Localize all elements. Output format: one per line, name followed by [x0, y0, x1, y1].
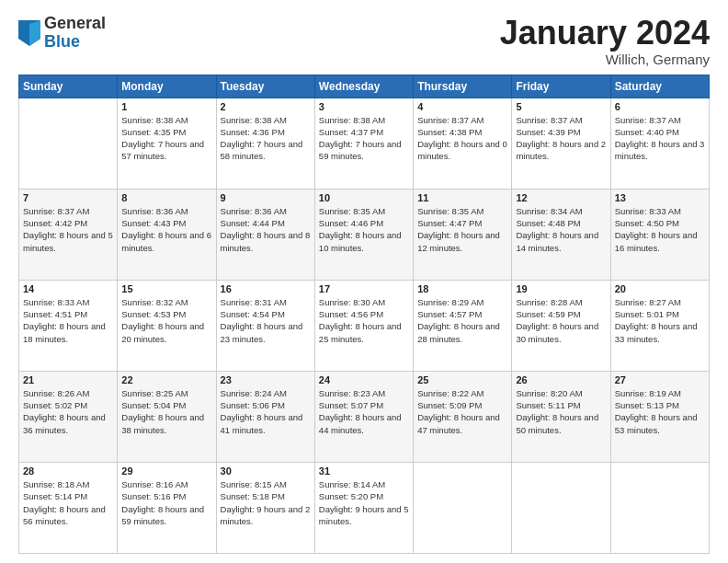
table-row: 1Sunrise: 8:38 AMSunset: 4:35 PMDaylight…: [118, 98, 216, 189]
day-info: Sunrise: 8:30 AMSunset: 4:56 PMDaylight:…: [319, 296, 409, 345]
table-row: [19, 98, 118, 189]
table-row: 16Sunrise: 8:31 AMSunset: 4:54 PMDayligh…: [216, 280, 314, 371]
table-row: 2Sunrise: 8:38 AMSunset: 4:36 PMDaylight…: [216, 98, 314, 189]
table-row: 19Sunrise: 8:28 AMSunset: 4:59 PMDayligh…: [512, 280, 610, 371]
col-friday: Friday: [512, 75, 610, 98]
table-row: 3Sunrise: 8:38 AMSunset: 4:37 PMDaylight…: [314, 98, 413, 189]
calendar-table: Sunday Monday Tuesday Wednesday Thursday…: [18, 75, 710, 554]
day-number: 7: [23, 192, 113, 203]
svg-marker-1: [29, 20, 40, 46]
day-number: 8: [121, 192, 211, 203]
table-row: [512, 462, 610, 553]
day-info: Sunrise: 8:15 AMSunset: 5:18 PMDaylight:…: [221, 478, 311, 527]
day-info: Sunrise: 8:34 AMSunset: 4:48 PMDaylight:…: [516, 205, 606, 254]
day-number: 15: [121, 283, 211, 294]
table-row: 24Sunrise: 8:23 AMSunset: 5:07 PMDayligh…: [314, 371, 413, 462]
table-row: 15Sunrise: 8:32 AMSunset: 4:53 PMDayligh…: [118, 280, 216, 371]
day-number: 16: [221, 283, 311, 294]
header: General Blue January 2024 Willich, Germa…: [18, 15, 710, 67]
day-number: 24: [319, 374, 409, 385]
logo-blue-text: Blue: [44, 33, 106, 52]
day-info: Sunrise: 8:18 AMSunset: 5:14 PMDaylight:…: [23, 478, 113, 527]
day-number: 6: [615, 101, 705, 112]
day-info: Sunrise: 8:32 AMSunset: 4:53 PMDaylight:…: [121, 296, 211, 345]
title-month: January 2024: [500, 15, 710, 52]
day-info: Sunrise: 8:36 AMSunset: 4:44 PMDaylight:…: [221, 205, 311, 254]
day-info: Sunrise: 8:33 AMSunset: 4:50 PMDaylight:…: [615, 205, 705, 254]
logo-text: General Blue: [44, 15, 106, 52]
table-row: 30Sunrise: 8:15 AMSunset: 5:18 PMDayligh…: [216, 462, 314, 553]
logo-general-text: General: [44, 15, 106, 33]
day-info: Sunrise: 8:29 AMSunset: 4:57 PMDaylight:…: [417, 296, 507, 345]
day-info: Sunrise: 8:36 AMSunset: 4:43 PMDaylight:…: [121, 205, 211, 254]
table-row: 11Sunrise: 8:35 AMSunset: 4:47 PMDayligh…: [414, 189, 512, 280]
day-number: 21: [23, 374, 113, 385]
table-row: [414, 462, 512, 553]
table-row: 17Sunrise: 8:30 AMSunset: 4:56 PMDayligh…: [314, 280, 413, 371]
table-row: 13Sunrise: 8:33 AMSunset: 4:50 PMDayligh…: [610, 189, 709, 280]
col-thursday: Thursday: [414, 75, 512, 98]
day-info: Sunrise: 8:22 AMSunset: 5:09 PMDaylight:…: [417, 387, 507, 436]
table-row: 18Sunrise: 8:29 AMSunset: 4:57 PMDayligh…: [414, 280, 512, 371]
day-number: 2: [221, 101, 311, 112]
day-number: 4: [417, 101, 507, 112]
day-number: 3: [319, 101, 409, 112]
logo-icon: [18, 20, 40, 46]
table-row: 4Sunrise: 8:37 AMSunset: 4:38 PMDaylight…: [414, 98, 512, 189]
page: General Blue January 2024 Willich, Germa…: [0, 0, 728, 563]
day-number: 5: [516, 101, 606, 112]
table-row: 9Sunrise: 8:36 AMSunset: 4:44 PMDaylight…: [216, 189, 314, 280]
calendar-week-row: 28Sunrise: 8:18 AMSunset: 5:14 PMDayligh…: [19, 462, 710, 553]
table-row: 31Sunrise: 8:14 AMSunset: 5:20 PMDayligh…: [314, 462, 413, 553]
table-row: 7Sunrise: 8:37 AMSunset: 4:42 PMDaylight…: [19, 189, 118, 280]
day-info: Sunrise: 8:16 AMSunset: 5:16 PMDaylight:…: [121, 478, 211, 527]
table-row: 27Sunrise: 8:19 AMSunset: 5:13 PMDayligh…: [610, 371, 709, 462]
day-number: 30: [221, 465, 311, 477]
calendar-week-row: 7Sunrise: 8:37 AMSunset: 4:42 PMDaylight…: [19, 189, 710, 280]
day-number: 23: [221, 374, 311, 385]
table-row: 23Sunrise: 8:24 AMSunset: 5:06 PMDayligh…: [216, 371, 314, 462]
day-number: 18: [417, 283, 507, 294]
title-location: Willich, Germany: [500, 52, 710, 67]
day-info: Sunrise: 8:14 AMSunset: 5:20 PMDaylight:…: [319, 478, 409, 527]
day-info: Sunrise: 8:23 AMSunset: 5:07 PMDaylight:…: [319, 387, 409, 436]
day-number: 28: [23, 465, 113, 477]
day-number: 29: [121, 465, 211, 477]
day-number: 22: [121, 374, 211, 385]
calendar-week-row: 14Sunrise: 8:33 AMSunset: 4:51 PMDayligh…: [19, 280, 710, 371]
table-row: 5Sunrise: 8:37 AMSunset: 4:39 PMDaylight…: [512, 98, 610, 189]
table-row: 26Sunrise: 8:20 AMSunset: 5:11 PMDayligh…: [512, 371, 610, 462]
day-number: 12: [516, 192, 606, 203]
day-info: Sunrise: 8:35 AMSunset: 4:47 PMDaylight:…: [417, 205, 507, 254]
day-number: 14: [23, 283, 113, 294]
table-row: 10Sunrise: 8:35 AMSunset: 4:46 PMDayligh…: [314, 189, 413, 280]
col-monday: Monday: [118, 75, 216, 98]
day-number: 20: [615, 283, 705, 294]
col-sunday: Sunday: [19, 75, 118, 98]
day-number: 25: [417, 374, 507, 385]
col-saturday: Saturday: [610, 75, 709, 98]
day-info: Sunrise: 8:38 AMSunset: 4:35 PMDaylight:…: [121, 114, 211, 163]
day-number: 31: [319, 465, 409, 477]
day-info: Sunrise: 8:20 AMSunset: 5:11 PMDaylight:…: [516, 387, 606, 436]
day-number: 9: [221, 192, 311, 203]
day-info: Sunrise: 8:37 AMSunset: 4:40 PMDaylight:…: [615, 114, 705, 163]
table-row: 25Sunrise: 8:22 AMSunset: 5:09 PMDayligh…: [414, 371, 512, 462]
day-info: Sunrise: 8:28 AMSunset: 4:59 PMDaylight:…: [516, 296, 606, 345]
table-row: [610, 462, 709, 553]
table-row: 12Sunrise: 8:34 AMSunset: 4:48 PMDayligh…: [512, 189, 610, 280]
day-info: Sunrise: 8:38 AMSunset: 4:36 PMDaylight:…: [221, 114, 311, 163]
day-info: Sunrise: 8:33 AMSunset: 4:51 PMDaylight:…: [23, 296, 113, 345]
day-number: 17: [319, 283, 409, 294]
day-info: Sunrise: 8:31 AMSunset: 4:54 PMDaylight:…: [221, 296, 311, 345]
col-tuesday: Tuesday: [216, 75, 314, 98]
day-number: 13: [615, 192, 705, 203]
title-block: January 2024 Willich, Germany: [500, 15, 710, 67]
day-number: 11: [417, 192, 507, 203]
table-row: 14Sunrise: 8:33 AMSunset: 4:51 PMDayligh…: [19, 280, 118, 371]
day-info: Sunrise: 8:37 AMSunset: 4:39 PMDaylight:…: [516, 114, 606, 163]
day-number: 10: [319, 192, 409, 203]
day-info: Sunrise: 8:37 AMSunset: 4:38 PMDaylight:…: [417, 114, 507, 163]
table-row: 6Sunrise: 8:37 AMSunset: 4:40 PMDaylight…: [610, 98, 709, 189]
day-info: Sunrise: 8:26 AMSunset: 5:02 PMDaylight:…: [23, 387, 113, 436]
